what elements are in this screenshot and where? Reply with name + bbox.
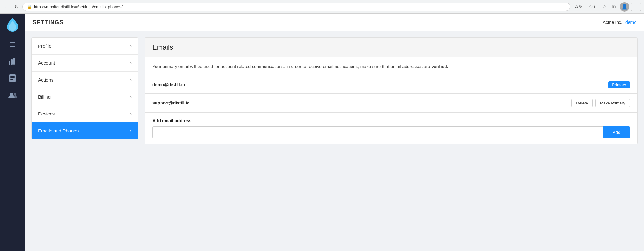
svg-rect-0: [9, 61, 10, 65]
info-text: Your primary email will be used for acco…: [152, 64, 448, 69]
chevron-right-icon: ›: [130, 61, 132, 66]
email-address-secondary: support@distill.io: [152, 100, 190, 105]
info-section: Your primary email will be used for acco…: [145, 57, 637, 76]
menu-item-profile-label: Profile: [38, 43, 52, 49]
svg-rect-6: [10, 79, 13, 80]
email-row-secondary: support@distill.io Delete Make Primary: [145, 94, 637, 113]
sidebar-group-button[interactable]: [4, 88, 21, 104]
sidebar-chart-button[interactable]: [4, 54, 21, 70]
collections-button[interactable]: ⧉: [610, 3, 618, 11]
document-icon: [9, 74, 16, 83]
make-primary-button[interactable]: Make Primary: [595, 99, 630, 107]
menu-item-actions[interactable]: Actions ›: [32, 72, 138, 88]
menu-item-actions-label: Actions: [38, 77, 53, 83]
menu-item-billing-label: Billing: [38, 94, 51, 99]
menu-item-billing[interactable]: Billing ›: [32, 88, 138, 105]
main-content: SETTINGS Acme Inc. demo Profile › Accoun…: [25, 14, 644, 251]
browser-chrome: ← ↻ 🔒 https://monitor.distill.io/#/setti…: [0, 0, 644, 14]
content-title: Emails: [152, 43, 173, 51]
app-logo: [5, 17, 20, 33]
sidebar-document-button[interactable]: [4, 71, 21, 87]
header-right: Acme Inc. demo: [603, 20, 636, 25]
address-bar[interactable]: 🔒 https://monitor.distill.io/#/settings/…: [22, 3, 570, 11]
favorites-button[interactable]: ☆: [600, 2, 609, 11]
menu-item-devices-label: Devices: [38, 111, 55, 116]
list-icon: ☰: [10, 41, 15, 49]
add-email-label: Add email address: [152, 118, 630, 123]
refresh-button[interactable]: ↻: [13, 3, 20, 11]
sidebar: ☰: [0, 14, 25, 251]
profile-button[interactable]: 👤: [620, 2, 629, 12]
svg-rect-2: [13, 58, 15, 65]
svg-rect-4: [10, 76, 15, 77]
chevron-right-icon: ›: [130, 77, 132, 83]
menu-item-account[interactable]: Account ›: [32, 55, 138, 72]
add-email-input[interactable]: [152, 126, 603, 138]
favorites-add-button[interactable]: ☆+: [587, 2, 598, 11]
svg-rect-1: [11, 59, 13, 65]
email-actions-secondary: Delete Make Primary: [571, 99, 630, 107]
email-actions-primary: Primary: [608, 81, 630, 88]
menu-item-emails-phones-label: Emails and Phones: [38, 128, 79, 133]
profile-icon: 👤: [621, 4, 628, 10]
add-email-button[interactable]: Add: [603, 126, 630, 138]
add-email-section: Add email address Add: [145, 113, 637, 144]
user-link[interactable]: demo: [625, 20, 636, 25]
sidebar-list-button[interactable]: ☰: [4, 37, 21, 53]
menu-item-account-label: Account: [38, 60, 55, 66]
app-layout: ☰: [0, 14, 644, 251]
chevron-right-icon: ›: [130, 44, 132, 49]
url-text: https://monitor.distill.io/#/settings/em…: [34, 4, 123, 9]
more-options-button[interactable]: ···: [631, 3, 641, 11]
add-email-form: Add: [152, 126, 630, 138]
group-icon: [8, 92, 17, 100]
read-mode-button[interactable]: A✎: [573, 2, 584, 11]
lock-icon: 🔒: [27, 4, 32, 9]
browser-actions: A✎ ☆+ ☆ ⧉ 👤 ···: [573, 2, 641, 12]
chevron-right-icon: ›: [130, 111, 132, 116]
email-row-primary: demo@distill.io Primary: [145, 76, 637, 94]
settings-content: Emails Your primary email will be used f…: [145, 37, 638, 144]
svg-point-8: [14, 93, 16, 95]
menu-item-profile[interactable]: Profile ›: [32, 38, 138, 55]
email-address-primary: demo@distill.io: [152, 82, 185, 87]
settings-layout: Profile › Account › Actions › Billing › …: [25, 31, 644, 251]
content-body: Your primary email will be used for acco…: [145, 57, 637, 144]
delete-email-button[interactable]: Delete: [571, 99, 593, 107]
chart-icon: [9, 58, 16, 66]
back-button[interactable]: ←: [3, 3, 11, 11]
page-title: SETTINGS: [33, 19, 63, 26]
svg-rect-5: [10, 77, 15, 78]
app-header: SETTINGS Acme Inc. demo: [25, 14, 644, 31]
menu-item-devices[interactable]: Devices ›: [32, 105, 138, 122]
menu-item-emails-phones[interactable]: Emails and Phones ›: [32, 122, 138, 139]
chevron-right-icon: ›: [130, 94, 132, 99]
settings-menu: Profile › Account › Actions › Billing › …: [31, 37, 138, 139]
chevron-right-icon: ›: [130, 128, 132, 133]
company-name: Acme Inc.: [603, 20, 622, 25]
content-header: Emails: [145, 38, 637, 57]
primary-badge: Primary: [608, 81, 630, 88]
